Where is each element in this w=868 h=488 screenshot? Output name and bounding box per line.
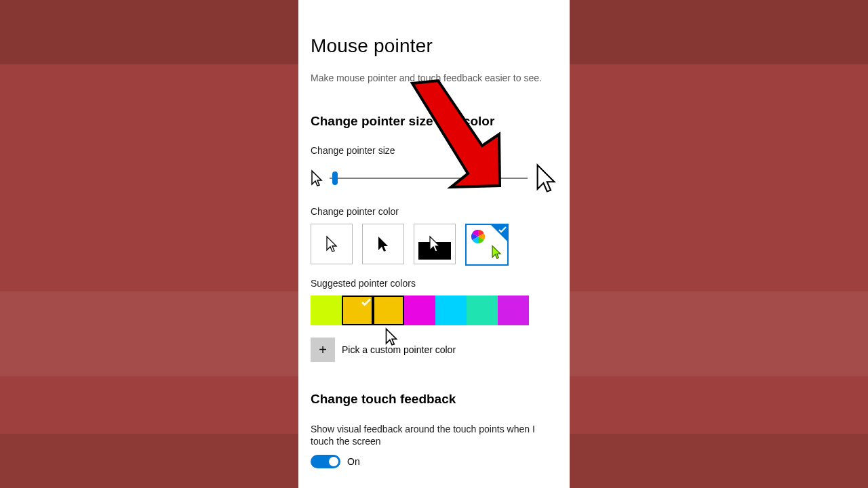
cursor-small-icon <box>311 169 323 187</box>
checkmark-icon <box>498 226 507 234</box>
touch-feedback-toggle[interactable] <box>311 455 340 468</box>
cursor-lime-icon <box>491 245 502 260</box>
pointer-size-slider-row <box>311 163 557 194</box>
color-swatch-1[interactable] <box>342 296 373 325</box>
color-swatch-6[interactable] <box>498 296 529 325</box>
toggle-knob <box>329 457 338 466</box>
color-swatch-5[interactable] <box>467 296 498 325</box>
custom-color-row[interactable]: + Pick a custom pointer color <box>311 338 557 362</box>
pointer-color-label: Change pointer color <box>311 206 557 217</box>
color-swatch-4[interactable] <box>435 296 467 325</box>
pointer-color-inverted[interactable] <box>414 224 456 264</box>
toggle-state-label: On <box>347 456 360 467</box>
checkmark-icon <box>361 298 371 307</box>
pointer-size-label: Change pointer size <box>311 145 557 156</box>
page-description: Make mouse pointer and touch feedback ea… <box>311 72 557 84</box>
cursor-inverted-icon <box>429 235 441 253</box>
suggested-colors-label: Suggested pointer colors <box>311 278 557 289</box>
color-swatch-3[interactable] <box>404 296 435 325</box>
cursor-white-icon <box>326 235 338 253</box>
mouse-cursor-icon <box>384 327 398 346</box>
pointer-size-slider[interactable] <box>330 178 528 179</box>
page-title: Mouse pointer <box>311 35 557 57</box>
settings-panel: Mouse pointer Make mouse pointer and tou… <box>298 0 570 488</box>
background-right <box>570 0 868 488</box>
pointer-color-custom[interactable] <box>465 224 509 266</box>
color-swatch-0[interactable] <box>311 296 342 325</box>
color-wheel-icon <box>470 228 490 249</box>
cursor-large-icon <box>534 163 557 194</box>
pointer-color-white[interactable] <box>311 224 353 264</box>
cursor-black-icon <box>377 235 389 253</box>
color-swatch-2[interactable] <box>373 296 404 325</box>
section-pointer-title: Change pointer size and color <box>311 114 557 129</box>
pointer-color-options <box>311 224 557 266</box>
custom-color-label: Pick a custom pointer color <box>342 344 456 355</box>
suggested-color-swatches <box>311 296 557 325</box>
pointer-color-black[interactable] <box>362 224 404 264</box>
section-touch-title: Change touch feedback <box>311 392 557 407</box>
slider-thumb[interactable] <box>332 171 338 185</box>
plus-icon[interactable]: + <box>311 338 335 362</box>
background-left <box>0 0 298 488</box>
touch-feedback-description: Show visual feedback around the touch po… <box>311 423 557 447</box>
